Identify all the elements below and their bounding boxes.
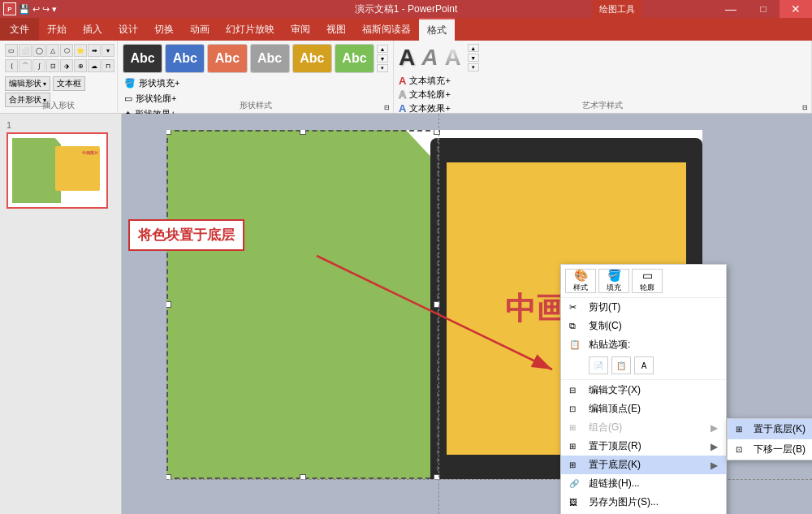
tab-slideshow[interactable]: 幻灯片放映 (218, 18, 283, 41)
text-box-button[interactable]: 文本框 (53, 76, 85, 91)
ribbon-group-art-styles: A A A ▲ ▼ ▾ A 文本填充+ A 文本轮廓+ A 文本效果+ 艺术字样… (394, 41, 812, 113)
shape-style-dark[interactable]: Abc (123, 44, 162, 73)
shape-style-yellow[interactable]: Abc (292, 44, 332, 73)
quick-access-save[interactable]: 💾 (19, 4, 30, 15)
submenu-move-back[interactable]: ⊡ 下移一层(B) (728, 439, 812, 460)
submenu-send-to-back[interactable]: ⊞ 置于底层(K) (728, 419, 812, 439)
paste-opt-3[interactable]: A (634, 356, 654, 374)
submenu: ⊞ 置于底层(K) ⊡ 下移一层(B) (727, 418, 812, 460)
maximize-button[interactable]: □ (747, 0, 780, 18)
shape-item[interactable]: ⟨ (5, 59, 18, 72)
tab-transition[interactable]: 切换 (146, 18, 182, 41)
text-fill-icon: A (399, 75, 406, 87)
sub-back-icon: ⊞ (736, 425, 749, 434)
style-scroll-more[interactable]: ▾ (377, 64, 388, 72)
tab-insert[interactable]: 插入 (75, 18, 110, 41)
shape-item[interactable]: ∫ (32, 59, 45, 72)
ctx-group[interactable]: ⊞ 组合(G) ▶ (561, 418, 726, 437)
shape-fill-button[interactable]: 🪣 形状填充+ (123, 76, 388, 90)
quick-access-undo[interactable]: ↩ (32, 4, 40, 15)
ctx-hyperlink[interactable]: 🔗 超链接(H)... (561, 474, 726, 493)
tab-format[interactable]: 格式 (419, 18, 455, 41)
front-icon: ⊞ (569, 442, 582, 451)
ctx-copy[interactable]: ⧉ 复制(C) (561, 317, 726, 335)
shape-item[interactable]: ⬡ (60, 44, 73, 57)
canvas-area: 中画图片 将色块置于底层 (122, 114, 812, 514)
ctx-menu-header: 🎨 样式 🪣 填充 ▭ 轮廓 (561, 265, 726, 298)
close-button[interactable]: ✕ (780, 0, 812, 18)
ctx-bring-to-front[interactable]: ⊞ 置于顶层(R) ▶ (561, 437, 726, 456)
annotation-label: 将色块置于底层 (128, 219, 244, 251)
slide-thumbnail[interactable]: 中画图片 (6, 132, 108, 209)
art-styles-expand[interactable]: ⊡ (802, 104, 808, 111)
ctx-paste-options: 📄 📋 A (561, 354, 726, 378)
shape-item[interactable]: △ (46, 44, 59, 57)
shape-item[interactable]: ⌒ (19, 59, 32, 72)
shape-item[interactable]: ➡ (88, 44, 101, 57)
shape-item[interactable]: ⊡ (46, 59, 59, 72)
art-scroll-more[interactable]: ▾ (468, 63, 479, 71)
shape-item[interactable]: ⬜ (19, 44, 32, 57)
green-shape[interactable] (166, 130, 438, 479)
handle-tr[interactable] (434, 130, 440, 135)
insert-shapes-label: 插入形状 (0, 100, 117, 111)
shape-item[interactable]: ⬗ (60, 59, 73, 72)
tab-design[interactable]: 设计 (110, 18, 146, 41)
ctx-cut[interactable]: ✂ 剪切(T) (561, 298, 726, 317)
ctx-save-as-image[interactable]: 🖼 另存为图片(S)... (561, 493, 726, 512)
minimize-button[interactable]: — (715, 0, 747, 18)
save-img-icon: 🖼 (569, 498, 582, 507)
shape-scroll[interactable]: ▾ (102, 44, 114, 57)
shape-item[interactable]: ⊓ (102, 59, 114, 72)
style-scroll-up[interactable]: ▲ (377, 45, 388, 53)
style-scroll-down[interactable]: ▼ (377, 54, 388, 63)
paste-icon: 📋 (569, 339, 582, 350)
tab-animation[interactable]: 动画 (182, 18, 218, 41)
art-scroll-down[interactable]: ▼ (468, 54, 479, 62)
ctx-edit-text[interactable]: ⊟ 编辑文字(X) (561, 381, 726, 400)
ctx-paste-label: 📋 粘贴选项: (561, 335, 726, 354)
ctx-style-button[interactable]: 🎨 样式 (565, 269, 596, 293)
shape-item[interactable]: ☁ (88, 59, 101, 72)
shape-styles-expand[interactable]: ⊡ (384, 104, 390, 111)
text-outline-button[interactable]: A 文本轮廓+ (399, 89, 806, 101)
quick-access-redo[interactable]: ↪ (42, 4, 50, 15)
tab-home[interactable]: 开始 (39, 18, 75, 41)
edit-points-icon: ⊡ (569, 404, 582, 413)
thumb-green-shape (12, 138, 61, 203)
quick-access-more[interactable]: ▾ (52, 4, 57, 15)
shape-item[interactable]: ⊕ (74, 59, 87, 72)
tab-review[interactable]: 审阅 (283, 18, 318, 41)
drawing-tools-label: 绘图工具 (593, 0, 641, 18)
group-arrow: ▶ (710, 422, 718, 434)
shape-style-gray[interactable]: Abc (250, 44, 290, 73)
edit-shape-button[interactable]: 编辑形状▾ (5, 76, 50, 91)
text-fill-button[interactable]: A 文本填充+ (399, 75, 806, 87)
art-scroll-up[interactable]: ▲ (468, 44, 479, 52)
shape-style-green[interactable]: Abc (335, 44, 374, 73)
shape-style-red[interactable]: Abc (207, 44, 247, 73)
group-icon: ⊞ (569, 423, 582, 432)
shape-item[interactable]: ▭ (5, 44, 18, 57)
shape-item[interactable]: ◯ (32, 44, 45, 57)
tab-file[interactable]: 文件 (0, 18, 39, 41)
slide-number: 1 (6, 120, 114, 130)
art-letter-a2[interactable]: A (421, 45, 438, 71)
context-menu: 🎨 样式 🪣 填充 ▭ 轮廓 ✂ 剪切(T) ⧉ 复制(C) (560, 264, 727, 514)
tab-fudu[interactable]: 福斯阅读器 (354, 18, 419, 41)
art-letter-a1[interactable]: A (399, 45, 415, 71)
window-title: 演示文稿1 - PowerPoint (355, 2, 458, 16)
ribbon-group-insert-shapes: ▭ ⬜ ◯ △ ⬡ ⭐ ➡ ▾ ⟨ ⌒ ∫ ⊡ ⬗ ⊕ ☁ ⊓ 编辑形状▾ 文本… (0, 41, 118, 113)
tab-view[interactable]: 视图 (318, 18, 354, 41)
art-letter-a3[interactable]: A (444, 45, 460, 71)
shape-style-blue[interactable]: Abc (165, 44, 205, 73)
slide-panel: 1 中画图片 (0, 114, 122, 514)
paste-opt-2[interactable]: 📋 (611, 356, 631, 374)
ctx-edit-points[interactable]: ⊡ 编辑顶点(E) (561, 400, 726, 418)
ctx-send-to-back[interactable]: ⊞ 置于底层(K) ▶ (561, 456, 726, 474)
paste-opt-1[interactable]: 📄 (589, 356, 608, 374)
ctx-fill-button[interactable]: 🪣 填充 (598, 269, 629, 293)
shape-item[interactable]: ⭐ (74, 44, 87, 57)
ctx-outline-button[interactable]: ▭ 轮廓 (632, 269, 663, 293)
copy-icon: ⧉ (569, 321, 582, 331)
